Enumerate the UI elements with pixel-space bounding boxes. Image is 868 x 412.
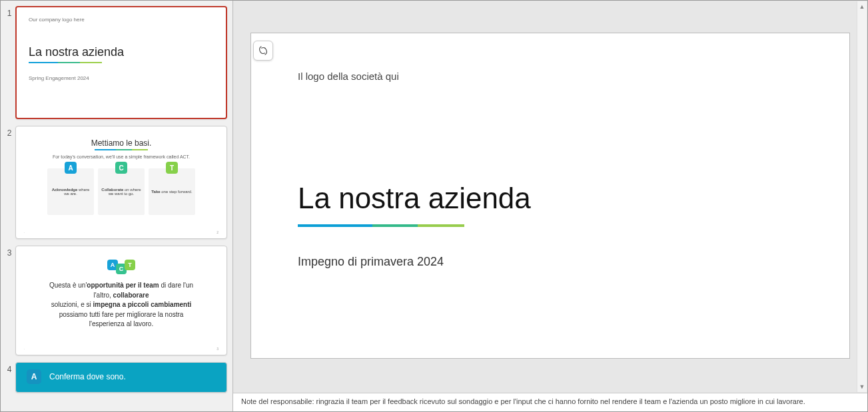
thumbnail-content: A C T Questa è un'opportunità per il tea… <box>16 246 226 355</box>
thumbnail-row-2: 2 Mettiamo le basi. For today's conversa… <box>1 120 232 240</box>
slide-logo-placeholder: Il logo della società qui <box>298 71 803 82</box>
thumb2-sub: For today's conversation, we'll use a si… <box>28 154 215 159</box>
thumb3-text: Questa è un'opportunità per il team di d… <box>28 281 215 329</box>
thumb-footer: ·3 <box>24 347 218 351</box>
app-root: 1 Our company logo here La nostra aziend… <box>0 0 868 412</box>
thumbnail-row-1: 1 Our company logo here La nostra aziend… <box>1 1 232 120</box>
slide-thumbnail-2[interactable]: Mettiamo le basi. For today's conversati… <box>15 126 227 239</box>
slide-thumbnail-4[interactable]: A Conferma dove sono. <box>15 362 227 393</box>
t3-l2b: impegna a piccoli cambiamenti <box>93 301 191 308</box>
badge-c-icon: C <box>115 162 127 174</box>
thumb2-heading: Mettiamo le basi. <box>28 138 215 148</box>
slide-stage: Il logo della società qui La nostra azie… <box>233 1 867 393</box>
card-t-rest: one step forward. <box>161 190 193 194</box>
badge-a-icon: A <box>27 369 41 384</box>
scroll-track[interactable] <box>859 12 865 381</box>
thumbnail-number: 4 <box>3 362 15 374</box>
thumbnail-number: 2 <box>3 126 15 138</box>
thumbnail-content: Mettiamo le basi. For today's conversati… <box>16 126 226 238</box>
thumb2-card-a: A Acknowledge where we are. <box>47 168 94 215</box>
thumb-accent-rule <box>95 149 148 150</box>
thumbnail-content: Our company logo here La nostra azienda … <box>17 7 226 118</box>
card-t-strong: Take <box>151 190 160 194</box>
slide-thumbnail-3[interactable]: A C T Questa è un'opportunità per il tea… <box>15 246 227 355</box>
t3-l2a: soluzioni, e si <box>51 301 93 308</box>
scroll-up-arrow-icon[interactable]: ▲ <box>857 1 867 12</box>
t3-l4: l'esperienza al lavoro. <box>89 320 153 327</box>
slide-title: La nostra azienda <box>298 182 803 215</box>
mini-badge-t-icon: T <box>125 260 135 270</box>
thumb4-text: Conferma dove sono. <box>49 372 126 381</box>
thumbnail-number: 3 <box>3 246 15 258</box>
t3-l3: possiamo tutti fare per migliorare la no… <box>59 311 184 318</box>
main-area: Il logo della società qui La nostra azie… <box>233 1 867 411</box>
thumb-subtitle: Spring Engagement 2024 <box>29 75 214 81</box>
t3-l1b: opportunità per il team <box>87 282 159 289</box>
t3-l1a: Questa è un' <box>49 282 87 289</box>
thumb2-card-c: C Collaborate on where we want to go. <box>98 168 145 215</box>
thumbnail-content: A Conferma dove sono. <box>16 363 226 391</box>
thumb-footer: ·2 <box>24 230 218 234</box>
slide-thumbnail-panel: 1 Our company logo here La nostra aziend… <box>1 1 233 411</box>
slide-accent-rule <box>298 224 464 227</box>
thumb-accent-rule <box>29 62 102 63</box>
scroll-down-arrow-icon[interactable]: ▼ <box>857 381 867 392</box>
thumb3-badges: A C T <box>28 260 215 274</box>
vertical-scrollbar[interactable]: ▲ ▼ <box>857 1 867 392</box>
thumb-logo-text: Our company logo here <box>29 17 214 23</box>
slide-subtitle: Impegno di primavera 2024 <box>298 255 803 269</box>
badge-a-icon: A <box>65 162 77 174</box>
thumbnail-row-3: 3 A C T Questa è un'opportunità per il t… <box>1 240 232 357</box>
thumb2-cards: A Acknowledge where we are. C Collaborat… <box>28 168 215 215</box>
thumbnail-row-4: 4 A Conferma dove sono. <box>1 357 232 394</box>
badge-t-icon: T <box>166 162 178 174</box>
current-slide[interactable]: Il logo della società qui La nostra azie… <box>250 33 850 359</box>
slide-thumbnail-1[interactable]: Our company logo here La nostra azienda … <box>15 6 227 119</box>
thumbnail-number: 1 <box>3 6 15 18</box>
thumb2-card-t: T Take one step forward. <box>149 168 195 215</box>
speaker-notes[interactable]: Note del responsabile: ringrazia il team… <box>233 393 867 411</box>
copilot-button[interactable] <box>253 41 273 61</box>
copilot-icon <box>257 45 269 57</box>
t3-l1d: collaborare <box>113 292 149 299</box>
thumb-title: La nostra azienda <box>29 45 214 59</box>
